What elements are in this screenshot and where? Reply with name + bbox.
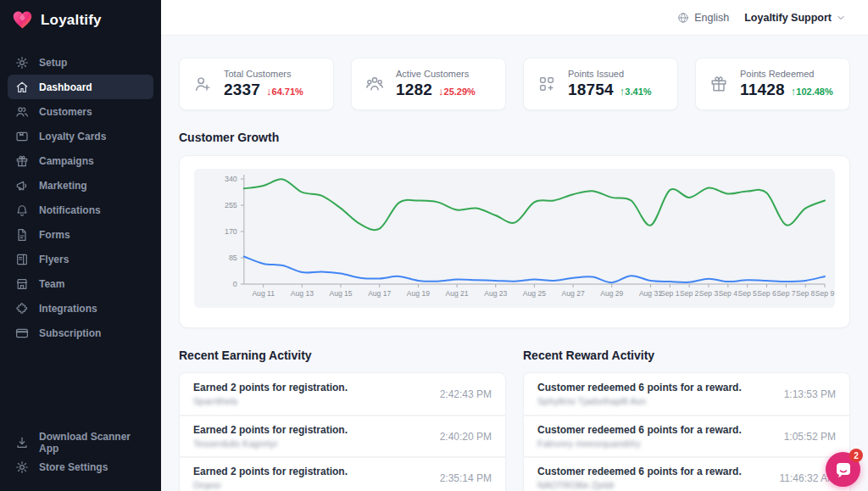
megaphone-icon bbox=[15, 179, 29, 192]
sidebar-item-dashboard[interactable]: Dashboard bbox=[8, 75, 153, 99]
sidebar-item-team[interactable]: Team bbox=[8, 271, 153, 296]
reward-activity-row: Customer redeemed 6 points for a reward.… bbox=[524, 415, 849, 456]
svg-text:Aug 17: Aug 17 bbox=[368, 289, 391, 298]
sidebar-item-label: Team bbox=[39, 278, 64, 290]
globe-icon bbox=[677, 12, 689, 24]
credit-card-icon bbox=[15, 326, 29, 340]
stat-delta: ↑102.48% bbox=[791, 85, 833, 98]
activity-customer-name-blurred: Drqesr bbox=[193, 480, 348, 490]
language-selector[interactable]: English bbox=[677, 12, 729, 24]
sidebar-item-forms[interactable]: Forms bbox=[8, 222, 153, 247]
svg-text:Aug 13: Aug 13 bbox=[291, 289, 314, 298]
document-icon bbox=[15, 228, 29, 242]
sidebar-item-label: Customers bbox=[39, 106, 92, 118]
topbar: English Loyaltify Support bbox=[161, 0, 868, 36]
activity-title: Earned 2 points for registration. bbox=[193, 424, 348, 436]
recent-reward-activity-section: Recent Reward Activity Customer redeemed… bbox=[523, 349, 850, 491]
sidebar-item-notifications[interactable]: Notifications bbox=[8, 198, 153, 222]
stats-row: Total Customers 2337 ↓64.71% Active Cust… bbox=[179, 58, 850, 110]
svg-text:Sep 6: Sep 6 bbox=[757, 289, 776, 298]
sidebar-item-download-scanner-app[interactable]: Download Scanner App bbox=[8, 430, 153, 455]
puzzle-icon bbox=[15, 302, 29, 315]
svg-text:Aug 11: Aug 11 bbox=[252, 289, 275, 298]
stat-value: 11428 bbox=[740, 81, 785, 99]
svg-text:Sep 8: Sep 8 bbox=[796, 289, 815, 298]
svg-text:340: 340 bbox=[225, 175, 237, 183]
activity-timestamp: 2:42:43 PM bbox=[433, 388, 492, 400]
chat-launcher-button[interactable]: 2 bbox=[826, 452, 860, 487]
stat-card-points-redeemed: Points Redeemed 11428 ↑102.48% bbox=[695, 58, 850, 110]
gift-icon bbox=[15, 154, 29, 168]
users-icon bbox=[15, 105, 29, 119]
bell-icon bbox=[15, 204, 29, 217]
account-label: Loyaltify Support bbox=[744, 12, 832, 24]
brand-name: Loyaltify bbox=[41, 12, 102, 29]
svg-text:0: 0 bbox=[233, 280, 237, 288]
sidebar-item-marketing[interactable]: Marketing bbox=[8, 173, 153, 198]
users-group-icon bbox=[365, 75, 384, 93]
sidebar-footer: Download Scanner App Store Settings bbox=[0, 430, 161, 491]
account-menu[interactable]: Loyaltify Support bbox=[744, 12, 846, 24]
activity-timestamp: 1:05:52 PM bbox=[777, 431, 836, 443]
stat-card-total-customers: Total Customers 2337 ↓64.71% bbox=[179, 58, 334, 110]
reward-activity-row: Customer redeemed 6 points for a reward.… bbox=[524, 373, 849, 415]
activity-customer-name-blurred: Tesserdulis Kagretyr bbox=[193, 438, 348, 449]
sidebar-item-label: Forms bbox=[39, 229, 70, 241]
sidebar-item-integrations[interactable]: Integrations bbox=[8, 296, 153, 321]
sidebar-item-customers[interactable]: Customers bbox=[8, 99, 153, 124]
chat-unread-badge: 2 bbox=[849, 449, 863, 462]
svg-text:Aug 29: Aug 29 bbox=[600, 289, 623, 298]
recent-earning-activity-section: Recent Earning Activity Earned 2 points … bbox=[179, 349, 506, 491]
earning-activity-row: Earned 2 points for registration.Sparrit… bbox=[180, 373, 505, 415]
sidebar-item-label: Notifications bbox=[39, 204, 101, 216]
stat-label: Active Customers bbox=[396, 69, 476, 79]
svg-text:Sep 4: Sep 4 bbox=[719, 289, 738, 298]
activity-title: Customer redeemed 6 points for a reward. bbox=[537, 466, 742, 477]
svg-text:Sep 9: Sep 9 bbox=[815, 289, 835, 298]
brand-logo[interactable]: Loyaltify bbox=[0, 0, 161, 38]
sidebar-item-flyers[interactable]: Flyers bbox=[8, 247, 153, 271]
activity-title: Earned 2 points for registration. bbox=[193, 466, 348, 477]
heart-logo-icon bbox=[12, 10, 33, 30]
sidebar-item-label: Download Scanner App bbox=[39, 431, 146, 455]
activity-customer-name-blurred: Falnvrey meesrquandrlry bbox=[537, 438, 742, 449]
sidebar-item-label: Setup bbox=[39, 57, 67, 69]
reward-activity-row: Customer redeemed 6 points for a reward.… bbox=[524, 456, 849, 491]
stat-delta: ↓64.71% bbox=[266, 85, 303, 98]
reward-activity-list: Customer redeemed 6 points for a reward.… bbox=[523, 372, 850, 491]
sidebar: Loyaltify Setup Dashboard Customers Loya… bbox=[0, 0, 161, 491]
stat-delta: ↑3.41% bbox=[620, 85, 652, 98]
stat-label: Points Issued bbox=[568, 69, 652, 79]
sidebar-item-campaigns[interactable]: Campaigns bbox=[8, 148, 153, 173]
svg-text:85: 85 bbox=[229, 254, 237, 262]
sidebar-item-label: Marketing bbox=[39, 180, 87, 192]
svg-text:Aug 31: Aug 31 bbox=[639, 289, 662, 298]
apps-plus-icon bbox=[537, 75, 556, 93]
svg-text:Aug 27: Aug 27 bbox=[562, 289, 585, 298]
svg-text:Aug 19: Aug 19 bbox=[407, 289, 430, 298]
svg-text:Aug 23: Aug 23 bbox=[484, 289, 507, 298]
sidebar-item-store-settings[interactable]: Store Settings bbox=[8, 455, 153, 479]
sidebar-item-label: Store Settings bbox=[39, 461, 108, 473]
svg-text:Sep 7: Sep 7 bbox=[776, 289, 796, 298]
activity-title: Earned 2 points for registration. bbox=[193, 382, 348, 393]
activity-timestamp: 2:40:20 PM bbox=[433, 431, 492, 443]
sidebar-item-label: Dashboard bbox=[39, 81, 92, 93]
sidebar-item-label: Loyalty Cards bbox=[39, 131, 106, 142]
gear-icon bbox=[15, 56, 29, 70]
sidebar-item-loyalty-cards[interactable]: Loyalty Cards bbox=[8, 124, 153, 148]
sidebar-item-label: Flyers bbox=[39, 254, 69, 265]
stat-value: 1282 bbox=[396, 81, 432, 99]
sidebar-nav: Setup Dashboard Customers Loyalty Cards … bbox=[0, 38, 161, 345]
svg-text:Sep 5: Sep 5 bbox=[737, 289, 757, 298]
activity-timestamp: 1:13:53 PM bbox=[777, 388, 836, 400]
chevron-down-icon bbox=[836, 13, 846, 23]
sidebar-item-setup[interactable]: Setup bbox=[8, 50, 153, 75]
chat-bubble-icon bbox=[833, 460, 854, 480]
sidebar-item-subscription[interactable]: Subscription bbox=[8, 321, 153, 345]
storefront-icon bbox=[15, 277, 29, 291]
dashboard-content: Total Customers 2337 ↓64.71% Active Cust… bbox=[161, 36, 868, 491]
recent-reward-activity-title: Recent Reward Activity bbox=[523, 349, 850, 362]
gear-icon bbox=[15, 460, 29, 474]
stat-delta: ↓25.29% bbox=[438, 85, 476, 98]
